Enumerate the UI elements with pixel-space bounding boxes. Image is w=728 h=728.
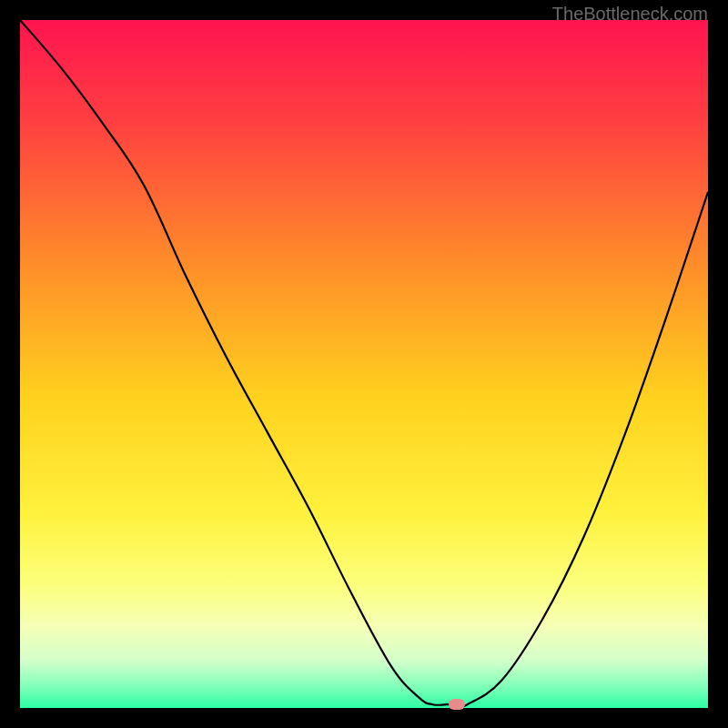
optimum-marker <box>449 699 465 710</box>
chart-container: TheBottleneck.com <box>0 0 728 728</box>
plot-area <box>20 20 708 708</box>
watermark-text: TheBottleneck.com <box>552 4 708 25</box>
gradient-background <box>20 20 708 708</box>
